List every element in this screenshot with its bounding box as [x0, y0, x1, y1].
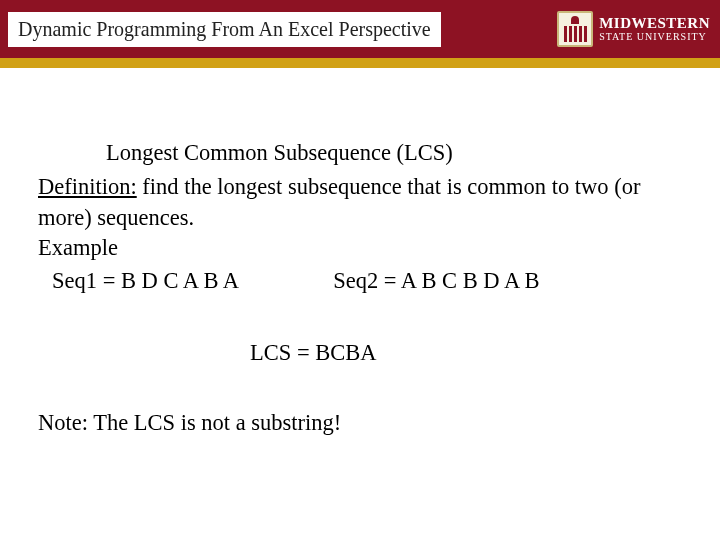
- seq2-block: Seq2 = A B C B D A B: [239, 266, 540, 296]
- accent-bar: [0, 58, 720, 68]
- note-line: Note: The LCS is not a substring!: [38, 408, 682, 438]
- lcs-result: LCS = BCBA: [38, 338, 682, 368]
- example-label: Example: [38, 233, 682, 263]
- university-logo: MIDWESTERN STATE UNIVERSITY: [557, 11, 714, 47]
- header-bar: Dynamic Programming From An Excel Perspe…: [0, 0, 720, 58]
- seq1-value: B D C A B A: [121, 268, 239, 293]
- seq2-label: Seq2 =: [333, 268, 401, 293]
- slide-content: Longest Common Subsequence (LCS) Definit…: [0, 68, 720, 439]
- seq1-label: Seq1 =: [52, 268, 121, 293]
- logo-line2: STATE UNIVERSITY: [599, 32, 710, 43]
- logo-text: MIDWESTERN STATE UNIVERSITY: [599, 16, 710, 42]
- logo-line1: MIDWESTERN: [599, 16, 710, 32]
- seq2-value: A B C B D A B: [401, 268, 540, 293]
- definition-line: Definition: find the longest subsequence…: [38, 172, 682, 233]
- definition-label: Definition:: [38, 174, 137, 199]
- slide-title: Dynamic Programming From An Excel Perspe…: [18, 18, 431, 40]
- lcs-label: LCS =: [250, 340, 315, 365]
- sequences-row: Seq1 = B D C A B A Seq2 = A B C B D A B: [38, 266, 682, 296]
- topic-heading: Longest Common Subsequence (LCS): [38, 138, 682, 168]
- seq1-block: Seq1 = B D C A B A: [38, 266, 239, 296]
- logo-seal-icon: [557, 11, 593, 47]
- lcs-value: BCBA: [315, 340, 376, 365]
- header-title-wrap: Dynamic Programming From An Excel Perspe…: [8, 12, 441, 47]
